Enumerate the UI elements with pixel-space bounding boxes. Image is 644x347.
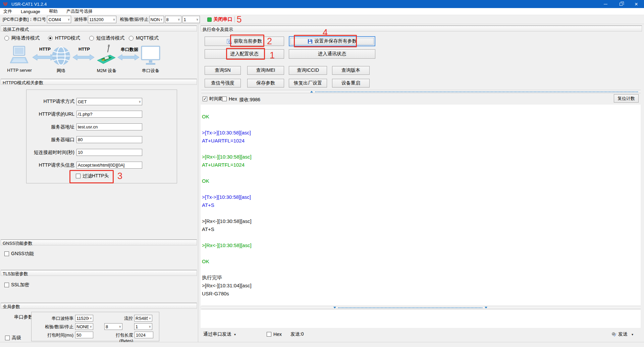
close-button[interactable]: ✕	[629, 0, 644, 8]
query-version-button[interactable]: 查询版本	[332, 66, 370, 75]
chevron-down-icon: ∨	[160, 18, 163, 21]
send-hex-checkbox[interactable]: Hex	[267, 332, 282, 337]
chevron-down-icon: ∨	[112, 18, 115, 21]
log-line: AT+S	[202, 225, 641, 233]
stopbits-select[interactable]: 1∨	[182, 16, 200, 23]
chevron-down-icon: ∨	[118, 325, 121, 328]
restore-button[interactable]	[613, 0, 629, 8]
global-stopbits-select[interactable]: 1∨	[134, 323, 152, 330]
get-params-button[interactable]: 获取当前参数	[205, 37, 284, 46]
log-top-splitter[interactable]	[201, 90, 641, 93]
flow-control-select[interactable]: RS485∨	[134, 315, 152, 322]
httpd-section-header: HTTPD模式相关参数	[1, 79, 197, 85]
app-logo-icon	[3, 1, 8, 7]
serial-open-indicator-icon	[207, 17, 212, 22]
device-reboot-button[interactable]: 设备重启	[332, 79, 370, 88]
radio-label: 短信透传模式	[96, 35, 124, 41]
send-count-label: 发送:0	[290, 331, 304, 337]
chevron-down-icon: ∨	[89, 325, 92, 328]
restore-icon	[620, 3, 623, 6]
dropdown-arrow-icon: ▾	[234, 333, 236, 336]
global-parity-select[interactable]: NONE∨	[75, 323, 93, 330]
settings-panel: 选择工作模式 网络透传模式 HTTPD模式 短信透传模式 MQTT模式	[0, 24, 198, 342]
send-button[interactable]: 发送 ▾	[611, 331, 633, 337]
globe-icon	[51, 46, 71, 66]
query-iccid-button[interactable]: 查询ICCID	[289, 66, 327, 75]
log-area[interactable]: OK >[Tx->][10:30:58][asc]AT+UARTFL=1024 …	[201, 105, 641, 306]
log-line: >[Tx->][10:30:58][asc]	[202, 129, 641, 137]
splitter-down-icon	[333, 307, 336, 308]
close-serial-button[interactable]: 关闭串口	[214, 16, 232, 22]
radio-sms-passthrough[interactable]: 短信透传模式	[89, 35, 124, 41]
field-label: HTTP请求头信息	[13, 162, 74, 168]
log-line: OK	[202, 113, 641, 121]
recv-hex-checkbox[interactable]: Hex	[222, 96, 237, 102]
query-sn-button[interactable]: 查询SN	[205, 66, 241, 75]
splitter-dots	[315, 92, 638, 92]
log-line	[202, 169, 641, 177]
set-save-params-button[interactable]: 设置并保存所有参数	[289, 36, 375, 46]
log-line	[202, 266, 641, 274]
save-params-button[interactable]: 保存参数	[247, 79, 284, 88]
splitter-dots	[338, 307, 482, 308]
pack-length-input[interactable]	[135, 332, 153, 338]
parity-select[interactable]: NONI∨	[149, 16, 164, 23]
log-line: AT+UARTFL=1024	[202, 161, 641, 169]
diagram-link-label: 串口数据	[117, 47, 142, 53]
annotation-5: 5	[237, 15, 242, 24]
close-icon: ✕	[635, 2, 638, 6]
timestamp-checkbox[interactable]: 时间戳	[203, 96, 223, 102]
toolbar: [PC串口参数]：串口号 COM4∨ 波特率 115200∨ 检验/数据/停止 …	[0, 15, 644, 24]
ssl-checkbox[interactable]: SSL加密	[4, 282, 29, 288]
advanced-checkbox[interactable]: 高级	[5, 335, 21, 341]
field-label: 串口波特率	[38, 315, 73, 322]
server-address-input[interactable]	[76, 123, 142, 130]
app-window: USR-CAT1 V1.2.4 ✕ 文件 Language 帮助 产品型号选择 …	[0, 0, 644, 347]
menu-product-model[interactable]: 产品型号选择	[66, 8, 93, 14]
enter-comm-button[interactable]: 进入通讯状态	[289, 49, 375, 59]
global-baud-select[interactable]: 115200∨	[75, 315, 93, 322]
chevron-down-icon: ∨	[196, 18, 199, 21]
toolbar-separator	[234, 16, 235, 22]
menu-help[interactable]: 帮助	[49, 8, 58, 14]
radio-httpd-mode[interactable]: HTTPD模式	[48, 35, 80, 41]
global-databits-select[interactable]: 8∨	[104, 323, 122, 330]
menu-file[interactable]: 文件	[3, 8, 12, 14]
databits-select[interactable]: 8∨	[165, 16, 181, 23]
radio-net-passthrough[interactable]: 网络透传模式	[4, 35, 40, 41]
pack-time-input[interactable]	[75, 332, 93, 338]
chevron-down-icon: ∨	[138, 100, 141, 103]
query-imei-button[interactable]: 查询IMEI	[247, 66, 284, 75]
timeout-input[interactable]	[76, 149, 142, 156]
menu-language[interactable]: Language	[21, 9, 40, 14]
log-line	[202, 249, 641, 257]
field-label: HTTP请求方式	[13, 99, 74, 105]
minimize-button[interactable]	[598, 0, 613, 8]
annotation-4: 4	[323, 28, 328, 37]
annotation-2: 2	[267, 37, 272, 46]
server-port-input[interactable]	[76, 136, 142, 143]
window-footer	[0, 342, 644, 347]
http-header-input[interactable]	[76, 162, 142, 169]
filter-http-header-checkbox[interactable]: 过滤HTTP头	[76, 173, 109, 179]
field-label: 短连接超时时间(秒)	[13, 150, 74, 156]
chevron-down-icon: ∨	[89, 316, 92, 320]
reset-count-button[interactable]: 复位计数	[614, 94, 639, 103]
radio-mqtt-mode[interactable]: MQTT模式	[129, 35, 159, 41]
gnss-checkbox[interactable]: GNSS功能	[4, 251, 34, 256]
window-title: USR-CAT1 V1.2.4	[11, 2, 47, 7]
log-bottom-splitter[interactable]	[201, 306, 641, 309]
send-input-area[interactable]	[201, 310, 641, 328]
com-port-select[interactable]: COM4∨	[47, 16, 71, 23]
checkbox-icon	[4, 251, 9, 256]
field-label: HTTP请求的URL	[13, 111, 74, 117]
baud-select[interactable]: 115200∨	[88, 16, 116, 23]
http-method-select[interactable]: GET∨	[76, 98, 142, 105]
log-line: USR-G780s	[202, 290, 641, 298]
send-via-dropdown[interactable]: 通过串口发送	[203, 331, 231, 337]
factory-reset-button[interactable]: 恢复出厂设置	[289, 79, 327, 88]
parity-label: 检验/数据/停止	[120, 16, 148, 22]
query-signal-button[interactable]: 查信号强度	[205, 79, 241, 88]
http-url-input[interactable]	[76, 111, 142, 118]
recv-count-label: 接收:9986	[239, 97, 260, 103]
